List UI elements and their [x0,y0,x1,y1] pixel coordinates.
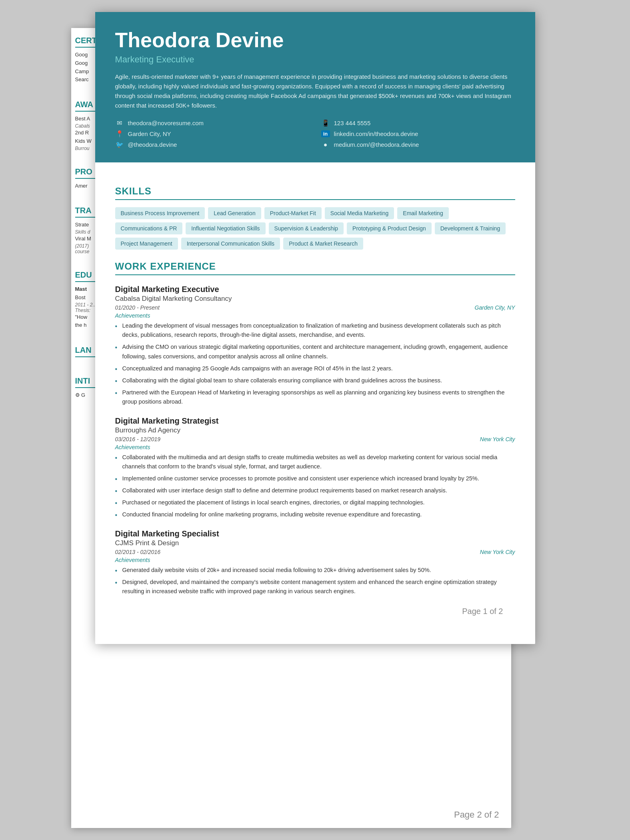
medium-icon: ● [321,141,330,148]
bullet-2-0: Generated daily website visits of 20k+ a… [115,566,515,575]
job-meta-1: 03/2016 - 12/2019 New York City [115,436,515,442]
skill-tag-8: Prototyping & Product Design [347,222,432,234]
location-text: Garden City, NY [128,130,171,137]
skill-tag-6: Influential Negotiation Skills [186,222,265,234]
job-meta-0: 01/2020 - Present Garden City, NY [115,304,515,311]
bullet-1-4: Conducted financial modeling for online … [115,510,515,519]
linkedin-icon: in [321,130,330,137]
bullet-1-3: Purchased or negotiated the placement of… [115,498,515,507]
bullet-1-1: Implemented online customer service proc… [115,474,515,483]
resume-header: Theodora Devine Marketing Executive Agil… [95,12,535,162]
contact-email: ✉ theodora@novoresume.com [115,119,309,127]
bullet-0-2: Conceptualized and managing 25 Google Ad… [115,364,515,373]
contact-twitter: 🐦 @theodora.devine [115,141,309,148]
bullet-list-1: Collaborated with the multimedia and art… [115,453,515,520]
email-text: theodora@novoresume.com [128,120,204,126]
job-title-1: Digital Marketing Strategist [115,416,515,426]
contact-grid: ✉ theodora@novoresume.com 📱 123 444 5555… [115,119,515,148]
job-company-2: CJMS Print & Design [115,539,515,547]
page-2-label: Page 2 of 2 [454,810,499,820]
skill-tag-11: Interpersonal Communication Skills [181,238,280,250]
bullet-1-2: Collaborated with user interface design … [115,486,515,495]
page-stack: CERT Goog Goog Camp Searc AWA Best A Cab… [95,12,535,644]
skill-tag-7: Supervision & Leadership [269,222,344,234]
phone-text: 123 444 5555 [334,120,371,126]
skill-tag-3: Social Media Marketing [325,207,394,219]
job-company-0: Cabalsa Digital Marketing Consultancy [115,295,515,303]
bullet-0-0: Leading the development of visual messag… [115,321,515,340]
contact-linkedin: in linkedin.com/in/theodora.devine [321,130,515,138]
work-experience-section-title: WORK EXPERIENCE [115,261,515,275]
skill-tag-0: Business Process Improvement [115,207,205,219]
skills-section-title: SKILLS [115,186,515,200]
job-block-1: Digital Marketing Strategist Burroughs A… [115,416,515,520]
candidate-name: Theodora Devine [115,28,515,52]
contact-location: 📍 Garden City, NY [115,130,309,138]
candidate-summary: Agile, results-oriented marketer with 9+… [115,72,515,110]
resume-body: SKILLS Business Process Improvement Lead… [95,162,535,644]
skill-tag-2: Product-Market Fit [264,207,322,219]
medium-text: medium.com/@theodora.devine [334,141,419,148]
job-meta-2: 02/2013 - 02/2016 New York City [115,549,515,555]
job-location-2: New York City [480,549,515,555]
skill-tag-10: Project Management [115,238,178,250]
page-1-main: Theodora Devine Marketing Executive Agil… [95,12,535,644]
bullet-list-0: Leading the development of visual messag… [115,321,515,407]
bullet-list-2: Generated daily website visits of 20k+ a… [115,566,515,596]
job-dates-0: 01/2020 - Present [115,304,160,311]
skill-tag-1: Lead Generation [208,207,261,219]
candidate-title: Marketing Executive [115,54,515,65]
bullet-1-0: Collaborated with the multimedia and art… [115,453,515,471]
twitter-icon: 🐦 [115,141,124,148]
contact-medium: ● medium.com/@theodora.devine [321,141,515,148]
job-title-2: Digital Marketing Specialist [115,529,515,538]
achievements-label-0: Achievements [115,312,515,319]
linkedin-text: linkedin.com/in/theodora.devine [334,130,418,137]
job-company-1: Burroughs Ad Agency [115,426,515,434]
skill-tag-4: Email Marketing [397,207,448,219]
skills-grid: Business Process Improvement Lead Genera… [115,207,515,250]
location-icon: 📍 [115,130,124,138]
job-dates-2: 02/2013 - 02/2016 [115,549,161,555]
contact-phone: 📱 123 444 5555 [321,119,515,127]
job-location-0: Garden City, NY [475,304,515,311]
bullet-0-1: Advising the CMO on various strategic di… [115,342,515,361]
skill-tag-12: Product & Market Research [283,238,363,250]
skill-tag-9: Development & Training [435,222,506,234]
job-title-0: Digital Marketing Executive [115,285,515,294]
achievements-label-2: Achievements [115,557,515,563]
achievements-label-1: Achievements [115,444,515,450]
skill-tag-5: Communications & PR [115,222,183,234]
job-location-1: New York City [480,436,515,442]
bullet-2-1: Designed, developed, and maintained the … [115,578,515,596]
twitter-text: @theodora.devine [128,141,177,148]
phone-icon: 📱 [321,119,330,127]
page-1-label: Page 1 of 2 [115,599,515,624]
job-block-2: Digital Marketing Specialist CJMS Print … [115,529,515,596]
email-icon: ✉ [115,119,124,127]
job-dates-1: 03/2016 - 12/2019 [115,436,161,442]
bullet-0-4: Partnered with the European Head of Mark… [115,388,515,406]
job-block-0: Digital Marketing Executive Cabalsa Digi… [115,285,515,407]
bullet-0-3: Collaborating with the digital global te… [115,376,515,385]
